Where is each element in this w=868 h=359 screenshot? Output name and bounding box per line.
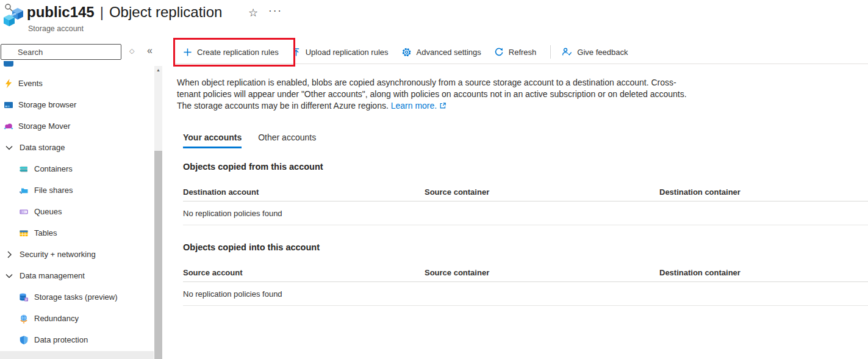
blade-title: Object replication: [109, 4, 222, 21]
more-options-icon[interactable]: ···: [268, 5, 282, 17]
title-separator: |: [100, 4, 104, 21]
account-name: public145: [27, 4, 95, 21]
sidebar-item-label: Data protection: [34, 335, 88, 344]
storage-browser-icon: [4, 100, 13, 110]
give-feedback-button[interactable]: Give feedback: [562, 47, 628, 57]
column-header: Destination account: [183, 187, 425, 197]
button-label: Create replication rules: [197, 48, 279, 57]
queues-icon: [19, 207, 29, 217]
upload-icon: [292, 48, 301, 57]
sidebar-item-storage-mover[interactable]: Storage Mover: [0, 116, 154, 136]
table-header-copied-from: Destination account Source container Des…: [183, 183, 868, 201]
collapse-sidebar-icon[interactable]: «: [147, 45, 152, 56]
refresh-icon: [494, 47, 504, 57]
chevron-down-icon: [5, 272, 13, 280]
storage-tasks-icon: [19, 292, 29, 302]
sidebar-item-selected-partial[interactable]: [0, 351, 154, 359]
external-link-icon: [439, 102, 447, 109]
sidebar-item-label: Queues: [34, 207, 62, 216]
sidebar-group-label: Data storage: [20, 143, 65, 152]
sidebar-group-security-networking[interactable]: Security + networking: [0, 244, 154, 264]
sidebar-item-redundancy[interactable]: Redundancy: [0, 308, 154, 328]
column-header: Destination container: [659, 187, 868, 197]
sidebar-item-label: Storage browser: [18, 100, 76, 109]
chevron-down-icon: [5, 143, 13, 152]
column-header: Source account: [183, 268, 425, 277]
command-bar: Create replication rules Upload replicat…: [174, 38, 640, 66]
blade-description: When object replication is enabled, blob…: [177, 77, 697, 112]
advanced-settings-button[interactable]: Advanced settings: [401, 47, 481, 57]
button-label: Give feedback: [577, 48, 628, 57]
empty-state-row: No replication policies found: [183, 283, 868, 306]
empty-state-row: No replication policies found: [183, 202, 868, 225]
sidebar-scrollbar[interactable]: ▲: [154, 66, 162, 359]
sidebar-item-label: Redundancy: [34, 314, 79, 323]
sidebar-item-tables[interactable]: Tables: [0, 223, 154, 243]
sidebar-search: [1, 44, 121, 60]
redundancy-icon: [19, 314, 29, 324]
accounts-tabs: Your accounts Other accounts: [183, 132, 316, 148]
gear-icon: [401, 47, 412, 57]
sidebar-item-label: Storage Mover: [18, 121, 70, 131]
sidebar-item-queues[interactable]: Queues: [0, 201, 154, 222]
search-icon: [4, 3, 13, 12]
storage-mover-icon: [4, 121, 13, 131]
scrollbar-thumb[interactable]: [154, 151, 162, 359]
button-label: Advanced settings: [417, 48, 481, 57]
plus-icon: [183, 48, 192, 57]
button-label: Refresh: [509, 48, 537, 57]
create-replication-rules-button[interactable]: Create replication rules: [183, 48, 279, 57]
pin-toggle-icon[interactable]: ◇: [129, 47, 134, 55]
learn-more-link[interactable]: Learn more.: [391, 101, 437, 111]
empty-state-text: No replication policies found: [183, 289, 282, 299]
column-header: Destination container: [659, 268, 868, 277]
button-label: Upload replication rules: [306, 48, 389, 57]
sidebar-group-label: Data management: [20, 271, 85, 280]
column-header: Source container: [425, 268, 659, 277]
tab-other-accounts[interactable]: Other accounts: [258, 132, 316, 148]
file-shares-icon: [19, 186, 29, 195]
sidebar-group-data-storage[interactable]: Data storage: [0, 137, 154, 158]
column-header: Source container: [425, 187, 659, 197]
upload-replication-rules-button[interactable]: Upload replication rules: [292, 48, 389, 57]
sidebar-item-file-shares[interactable]: File shares: [0, 180, 154, 200]
sidebar-item-label: File shares: [34, 186, 73, 195]
feedback-person-icon: [562, 47, 572, 57]
data-protection-shield-icon: [19, 335, 29, 345]
partially-scrolled-item-icon: [4, 61, 13, 67]
scrollbar-up-arrow-icon[interactable]: ▲: [156, 68, 160, 72]
containers-icon: [19, 164, 29, 174]
sidebar-item-label: Tables: [34, 228, 57, 238]
sidebar-group-data-management[interactable]: Data management: [0, 266, 154, 286]
favorite-star-icon[interactable]: ☆: [248, 6, 258, 20]
toolbar-divider: [550, 45, 551, 59]
tables-icon: [19, 228, 29, 238]
page-title: public145 | Object replication: [27, 4, 222, 21]
events-icon: [4, 79, 13, 89]
sidebar-item-label: Containers: [34, 164, 73, 173]
sidebar-item-storage-tasks[interactable]: Storage tasks (preview): [0, 287, 154, 307]
empty-state-text: No replication policies found: [183, 209, 282, 218]
tab-your-accounts[interactable]: Your accounts: [183, 132, 242, 148]
toolbar-divider-line: [174, 63, 868, 64]
sidebar-item-events[interactable]: Events: [0, 73, 154, 93]
sidebar-item-containers[interactable]: Containers: [0, 159, 154, 179]
sidebar-item-storage-browser[interactable]: Storage browser: [0, 95, 154, 115]
sidebar-item-label: Storage tasks (preview): [34, 292, 118, 302]
sidebar-item-label: Events: [18, 79, 43, 88]
chevron-right-icon: [5, 250, 13, 259]
sidebar-group-label: Security + networking: [20, 250, 96, 259]
section-title-copied-into: Objects copied into this account: [183, 242, 320, 252]
section-title-copied-from: Objects copied from this account: [183, 162, 323, 172]
refresh-button[interactable]: Refresh: [494, 47, 537, 57]
resource-type-subtitle: Storage account: [28, 24, 84, 33]
sidebar-item-data-protection[interactable]: Data protection: [0, 330, 154, 350]
search-input[interactable]: [1, 44, 121, 60]
table-header-copied-into: Source account Source container Destinat…: [183, 264, 868, 282]
